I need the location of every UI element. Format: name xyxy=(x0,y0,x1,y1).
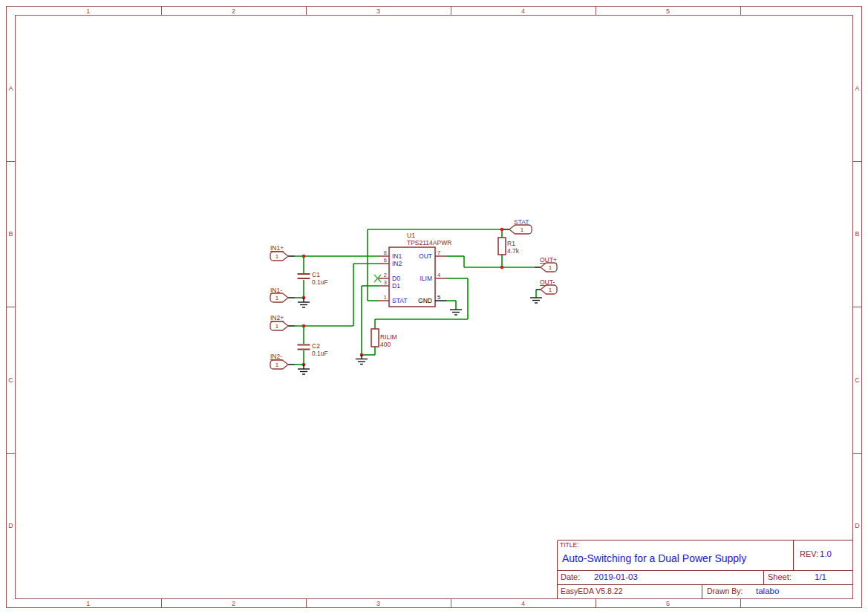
port-out-plus[interactable]: OUT+ 1 xyxy=(540,256,557,272)
port-pin: 1 xyxy=(521,226,524,233)
ruler-top-label: 3 xyxy=(376,7,380,15)
port-stat[interactable]: STAT 1 xyxy=(509,218,532,234)
ground-symbol[interactable] xyxy=(298,298,310,307)
port-label: IN1+ xyxy=(270,244,284,252)
port-label: IN2+ xyxy=(270,314,284,321)
port-shape[interactable] xyxy=(270,252,288,261)
junction-dot xyxy=(302,324,306,328)
u1-pin-name: D0 xyxy=(392,275,400,282)
junction-dot xyxy=(302,255,306,258)
date-value[interactable]: 2019-01-03 xyxy=(594,572,638,581)
u1-pin-number-gnd: 5 xyxy=(437,294,440,301)
title-block: TITLE: Auto-Switching for a Dual Power S… xyxy=(558,540,853,599)
ruler-bottom-label: 1 xyxy=(86,600,90,607)
sheet-label: Sheet: xyxy=(768,572,792,581)
ruler-right-label: C xyxy=(855,376,860,384)
ground-symbol[interactable] xyxy=(298,365,310,374)
port-label: IN2- xyxy=(270,353,282,360)
rilim-value[interactable]: 400 xyxy=(380,341,391,348)
u1-pin-number: 7 xyxy=(437,249,440,256)
u1-pin-name: OUT xyxy=(419,252,432,260)
u1-pin-name: ILIM xyxy=(420,275,432,282)
c1-value[interactable]: 0.1uF xyxy=(312,278,328,286)
rilim-body[interactable] xyxy=(371,329,379,347)
port-pin: 1 xyxy=(275,362,279,368)
port-shape[interactable] xyxy=(270,360,288,369)
ruler-top-label: 4 xyxy=(521,7,525,15)
ruler-top-label: 1 xyxy=(86,7,90,15)
drawn-by-value[interactable]: talabo xyxy=(756,587,779,595)
port-pin: 1 xyxy=(275,295,279,301)
date-label: Date: xyxy=(561,572,580,581)
ruler-bottom-label: 4 xyxy=(521,600,525,607)
ruler-left-label: B xyxy=(8,230,13,238)
sheet-title[interactable]: Auto-Switching for a Dual Power Supply xyxy=(562,552,746,564)
u1-pin-name: STAT xyxy=(392,297,407,304)
ruler-left-label: A xyxy=(8,85,13,92)
u1-pin-number: 4 xyxy=(437,272,440,278)
port-pin: 1 xyxy=(275,323,279,330)
port-in2-plus[interactable]: IN2+ 1 xyxy=(270,314,288,330)
schematic-canvas[interactable]: 1 2 3 4 5 1 2 3 4 5 A B C D A B C D xyxy=(0,0,868,614)
port-pin: 1 xyxy=(549,287,552,293)
port-pin: 1 xyxy=(275,253,279,260)
component-u1[interactable]: U1 TPS2114APWR IN1 IN2 D0 D1 STAT OUT IL… xyxy=(374,232,451,307)
sheet-value[interactable]: 1/1 xyxy=(815,572,826,581)
component-c2[interactable]: C2 0.1uF xyxy=(298,342,328,357)
port-pin: 1 xyxy=(549,264,552,271)
ground-symbol[interactable] xyxy=(356,355,368,365)
ruler-top-label: 2 xyxy=(232,7,235,15)
junction-dot xyxy=(500,266,504,270)
ruler-right-label: D xyxy=(855,522,860,529)
ruler-left-label: C xyxy=(8,376,13,384)
port-shape[interactable] xyxy=(270,293,288,302)
port-in1-minus[interactable]: IN1- 1 xyxy=(270,287,288,302)
port-shape[interactable] xyxy=(270,321,288,330)
ruler-bottom-label: 5 xyxy=(666,600,670,607)
u1-pin-name-gnd: GND xyxy=(418,297,432,304)
c2-ref[interactable]: C2 xyxy=(312,342,320,350)
rilim-ref[interactable]: RILIM xyxy=(380,333,397,341)
component-rilim[interactable]: RILIM 400 xyxy=(371,329,397,348)
u1-pin-number: 8 xyxy=(384,249,387,256)
u1-pin-name: IN2 xyxy=(392,260,402,267)
c2-value[interactable]: 0.1uF xyxy=(312,350,328,357)
c1-ref[interactable]: C1 xyxy=(312,271,320,278)
r1-value[interactable]: 4.7k xyxy=(507,247,520,255)
u1-part[interactable]: TPS2114APWR xyxy=(407,239,451,246)
ruler-left-label: D xyxy=(8,522,13,529)
junction-dot xyxy=(500,228,504,232)
title-label: TITLE: xyxy=(560,541,579,549)
ground-symbol[interactable] xyxy=(530,298,542,303)
ruler-right-label: A xyxy=(855,85,859,92)
ruler-right-label: B xyxy=(855,230,859,238)
r1-body[interactable] xyxy=(498,238,506,255)
r1-ref[interactable]: R1 xyxy=(507,240,515,247)
ground-symbol[interactable] xyxy=(450,310,462,315)
u1-pin-name: IN1 xyxy=(392,252,402,260)
u1-pin-number: 2 xyxy=(384,272,387,278)
ruler-bottom-label: 2 xyxy=(232,600,235,607)
ruler-top-label: 5 xyxy=(666,7,670,15)
u1-pin-number: 1 xyxy=(384,294,387,301)
port-in1-plus[interactable]: IN1+ 1 xyxy=(270,244,288,261)
rev-value[interactable]: 1.0 xyxy=(820,549,832,558)
ground-symbols[interactable] xyxy=(298,298,542,374)
port-in2-minus[interactable]: IN2- 1 xyxy=(270,353,288,369)
tool-version: EasyEDA V5.8.22 xyxy=(561,587,623,595)
ruler-column-labels: 1 2 3 4 5 1 2 3 4 5 xyxy=(86,7,670,607)
component-r1[interactable]: R1 4.7k xyxy=(498,238,520,255)
rev-label: REV: xyxy=(800,549,818,558)
u1-pin-name: D1 xyxy=(392,282,400,290)
u1-ref[interactable]: U1 xyxy=(407,232,415,239)
ruler-bottom-label: 3 xyxy=(376,600,380,607)
ruler-ticks-horizontal xyxy=(161,7,740,608)
u1-pin-number: 3 xyxy=(384,279,387,286)
u1-pin-number: 6 xyxy=(384,257,387,264)
drawn-by-label: Drawn By: xyxy=(707,587,743,595)
component-c1[interactable]: C1 0.1uF xyxy=(298,271,328,286)
port-out-minus[interactable]: OUT- 1 xyxy=(540,278,557,294)
